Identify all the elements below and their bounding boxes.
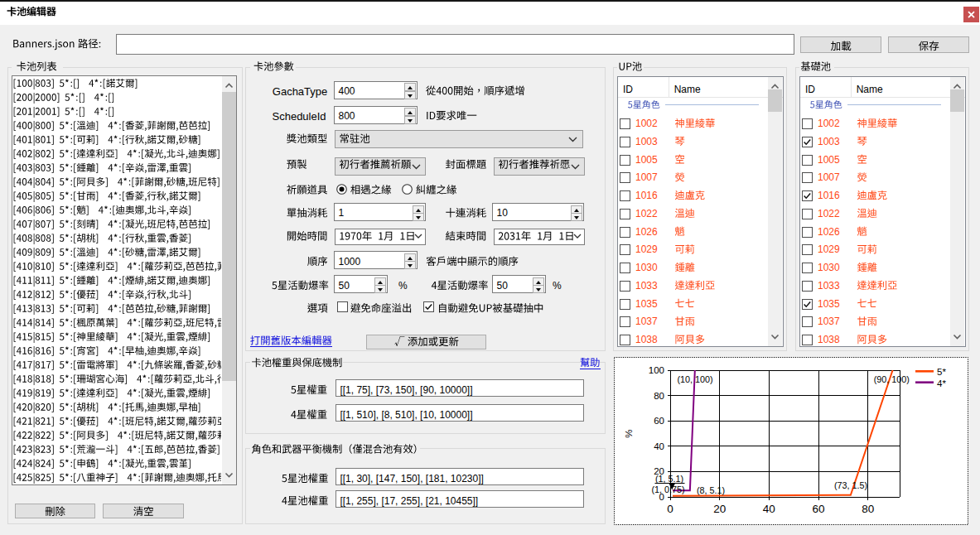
svg-text:80: 80 [862, 503, 874, 515]
svg-text:100: 100 [649, 365, 664, 375]
svg-text:(1, 5.1): (1, 5.1) [655, 474, 683, 484]
svg-text:40: 40 [763, 503, 775, 515]
svg-text:80: 80 [654, 391, 664, 401]
svg-text:0: 0 [667, 503, 673, 515]
svg-text:%: % [624, 429, 634, 437]
svg-text:20: 20 [713, 503, 726, 515]
svg-text:(90, 100): (90, 100) [874, 374, 910, 384]
svg-text:(8, 5.1): (8, 5.1) [697, 485, 725, 495]
svg-text:5*: 5* [937, 367, 946, 377]
svg-text:4*: 4* [937, 378, 946, 388]
svg-text:60: 60 [813, 503, 825, 515]
svg-text:(73, 1.5): (73, 1.5) [834, 480, 867, 490]
svg-text:60: 60 [654, 416, 664, 426]
svg-text:(10, 100): (10, 100) [678, 374, 713, 384]
svg-text:40: 40 [654, 441, 664, 451]
svg-text:(1, 0.75): (1, 0.75) [652, 484, 685, 494]
